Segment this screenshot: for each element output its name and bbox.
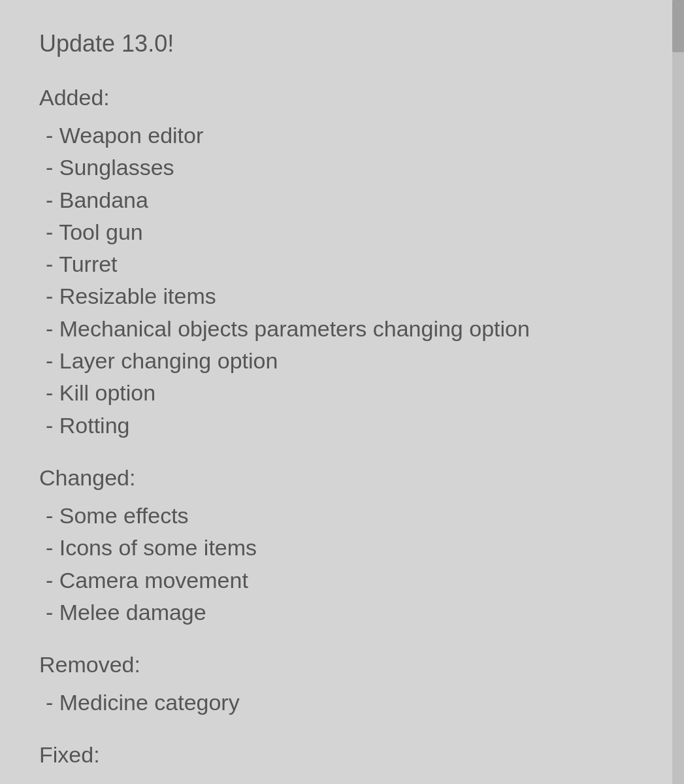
item-line-0-5: - Resizable items — [39, 280, 648, 312]
section-label-0: Added: — [39, 81, 648, 114]
update-title: Update 13.0! — [39, 26, 648, 61]
item-line-1-0: - Some effects — [39, 500, 648, 532]
item-line-0-3: - Tool gun — [39, 216, 648, 248]
item-line-1-1: - Icons of some items — [39, 532, 648, 564]
section-label-1: Changed: — [39, 461, 648, 495]
content-area: Update 13.0! Added:- Weapon editor- Sung… — [39, 26, 648, 784]
section-label-3: Fixed: — [39, 738, 648, 772]
section-block-2: Removed:- Medicine category — [39, 648, 648, 719]
section-block-3: Fixed:- Resizer- Camera follow shake — [39, 738, 648, 784]
section-label-2: Removed: — [39, 648, 648, 681]
item-line-1-3: - Melee damage — [39, 596, 648, 629]
item-line-2-0: - Medicine category — [39, 687, 648, 719]
item-line-1-2: - Camera movement — [39, 564, 648, 596]
sections-container: Added:- Weapon editor- Sunglasses- Banda… — [39, 81, 648, 784]
section-block-0: Added:- Weapon editor- Sunglasses- Banda… — [39, 81, 648, 442]
page-container: Update 13.0! Added:- Weapon editor- Sung… — [0, 0, 684, 784]
item-line-3-0: - Resizer — [39, 777, 648, 784]
scrollbar[interactable] — [672, 0, 684, 784]
item-line-0-0: - Weapon editor — [39, 120, 648, 152]
item-line-0-8: - Kill option — [39, 377, 648, 409]
item-line-0-1: - Sunglasses — [39, 152, 648, 184]
item-line-0-9: - Rotting — [39, 410, 648, 442]
item-line-0-7: - Layer changing option — [39, 345, 648, 377]
item-line-0-2: - Bandana — [39, 184, 648, 216]
section-block-1: Changed:- Some effects- Icons of some it… — [39, 461, 648, 629]
item-line-0-6: - Mechanical objects parameters changing… — [39, 313, 648, 345]
item-line-0-4: - Turret — [39, 248, 648, 280]
scrollbar-thumb[interactable] — [672, 0, 684, 52]
